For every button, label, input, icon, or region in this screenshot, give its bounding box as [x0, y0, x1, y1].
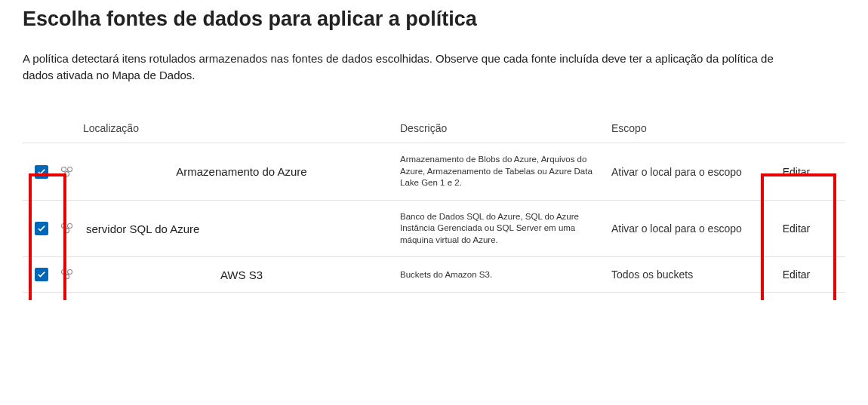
page-wrap: Escolha fontes de dados para aplicar a p… — [23, 8, 845, 293]
svg-point-5 — [65, 229, 69, 233]
svg-point-8 — [65, 275, 69, 279]
svg-point-3 — [62, 224, 66, 229]
row-scope: Ativar o local para o escopo — [611, 166, 747, 178]
svg-point-7 — [68, 270, 72, 275]
row-location: servidor SQL do Azure — [83, 222, 400, 235]
svg-point-1 — [68, 167, 72, 171]
col-scope: Escopo — [611, 122, 747, 134]
data-source-icon — [60, 222, 74, 235]
col-description: Descrição — [400, 121, 611, 136]
check-icon — [38, 225, 45, 232]
svg-point-4 — [68, 224, 72, 229]
row-description: Banco de Dados SQL do Azure, SQL do Azur… — [400, 211, 611, 247]
svg-point-6 — [62, 270, 66, 275]
check-icon — [38, 271, 45, 278]
row-location: AWS S3 — [83, 268, 400, 281]
edit-button[interactable]: Editar — [783, 166, 811, 178]
row-checkbox[interactable] — [35, 268, 48, 281]
table-row: AWS S3 Buckets do Amazon S3. Todos os bu… — [23, 257, 845, 293]
row-location: Armazenamento do Azure — [83, 165, 400, 178]
row-description: Armazenamento de Blobs do Azure, Arquivo… — [400, 154, 611, 189]
svg-point-2 — [65, 171, 69, 176]
data-source-icon — [60, 268, 74, 281]
edit-button[interactable]: Editar — [783, 222, 811, 235]
row-scope: Ativar o local para o escopo — [611, 222, 747, 235]
row-description: Buckets do Amazon S3. — [400, 269, 611, 281]
row-checkbox[interactable] — [35, 165, 48, 179]
col-location: Localização — [83, 122, 400, 134]
row-scope: Todos os buckets — [611, 268, 747, 281]
page-description: A política detectará itens rotulados arm… — [23, 51, 777, 84]
edit-button[interactable]: Editar — [783, 268, 811, 281]
check-icon — [38, 168, 45, 176]
row-checkbox[interactable] — [35, 222, 48, 235]
data-sources-table: Localização Descrição Escopo — [23, 114, 845, 293]
page-title: Escolha fontes de dados para aplicar a p… — [23, 8, 845, 31]
table-row: servidor SQL do Azure Banco de Dados SQL… — [23, 201, 845, 258]
data-source-icon — [60, 166, 74, 178]
table-row: Armazenamento do Azure Armazenamento de … — [23, 143, 845, 201]
svg-point-0 — [62, 167, 66, 171]
table-header-row: Localização Descrição Escopo — [23, 114, 845, 144]
